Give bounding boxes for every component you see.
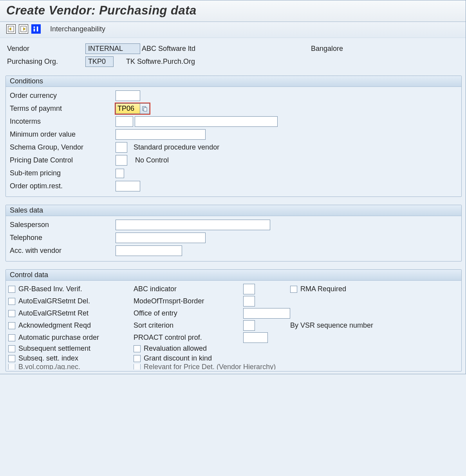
page-title: Create Vendor: Purchasing data [6,4,459,18]
svg-rect-6 [144,108,147,111]
telephone-input[interactable] [116,233,206,243]
svg-rect-3 [34,29,35,31]
automatic-po-checkbox[interactable] [8,334,15,341]
mode-transport-label: ModeOfTrnsprt-Border [134,297,243,305]
sales-data-panel: Sales data Salesperson Telephone Acc. wi… [5,205,462,261]
subsequent-settlement-checkbox[interactable] [8,345,15,352]
content-area: Vendor INTERNAL ABC Software ltd Bangalo… [0,38,466,374]
office-entry-input[interactable] [243,308,290,319]
porg-name-text: TK Softwre.Purch.Org [126,58,195,66]
order-currency-label: Order currency [10,92,116,100]
pricing-date-input[interactable] [116,155,127,166]
acknowledgment-label: Acknowledgment Reqd [18,321,91,330]
interchangeability-button[interactable]: Interchangeability [50,25,105,33]
prev-screen-icon[interactable] [6,24,16,34]
autoeval-ret-checkbox[interactable] [8,310,15,317]
subseq-sett-index-checkbox[interactable] [8,355,15,362]
sort-criterion-desc: By VSR sequence number [290,321,459,330]
acknowledgment-checkbox[interactable] [8,322,15,329]
incoterms-code-input[interactable] [116,116,133,127]
salesperson-input[interactable] [116,220,270,230]
vendor-name-text: ABC Software ltd [142,45,195,53]
porg-code-field: TKP0 [85,56,114,67]
vendor-label: Vendor [7,45,85,53]
schema-group-desc: Standard procedure vendor [134,143,219,151]
autoeval-del-label: AutoEvalGRSetmt Del. [18,297,90,305]
svg-rect-4 [37,27,38,32]
sort-criterion-label: Sort criterion [134,321,243,330]
vendor-code-field: INTERNAL [85,43,140,54]
terms-of-payment-highlight [116,103,150,114]
vendor-city-text: Bangalore [311,45,343,53]
subitem-pricing-label: Sub-item pricing [10,169,116,177]
terms-of-payment-label: Terms of paymnt [10,105,116,113]
sales-panel-title: Sales data [6,205,461,216]
terms-f4-help-button[interactable] [140,103,150,114]
revaluation-checkbox[interactable] [134,345,141,352]
porg-label: Purchasing Org. [7,58,85,66]
incoterms-text-input[interactable] [135,116,278,127]
rma-required-checkbox[interactable] [290,286,297,293]
subitem-pricing-checkbox[interactable] [116,169,124,178]
schema-group-input[interactable] [116,142,127,153]
order-currency-input[interactable] [116,90,140,101]
proact-input[interactable] [243,332,268,343]
proact-label: PROACT control prof. [134,334,243,342]
autoeval-del-checkbox[interactable] [8,298,15,305]
order-optim-input[interactable] [116,181,140,191]
rma-required-label: RMA Required [300,285,346,293]
gr-based-inv-checkbox[interactable] [8,286,15,293]
mode-transport-input[interactable] [243,296,255,307]
bvol-checkbox[interactable] [8,364,15,370]
pricing-date-desc: No Control [135,156,169,164]
acc-vendor-input[interactable] [116,245,182,256]
relevant-price-label: Relevant for Price Det. (Vendor Hierarch… [144,364,276,370]
control-data-panel: Control data GR-Based Inv. Verif. ABC in… [5,269,462,371]
pricing-date-label: Pricing Date Control [10,156,116,164]
title-bar: Create Vendor: Purchasing data [0,0,466,22]
control-panel-title: Control data [6,270,461,281]
subsequent-settlement-label: Subsequent settlement [18,344,90,353]
app-window: Create Vendor: Purchasing data Interchan… [0,0,466,374]
bvol-label: B.vol.comp./ag.nec. [18,364,80,370]
automatic-po-label: Automatic purchase order [18,334,99,342]
abc-indicator-label: ABC indicator [134,285,243,293]
autoeval-ret-label: AutoEvalGRSetmt Ret [18,309,89,317]
next-screen-icon[interactable] [19,24,28,34]
conditions-panel: Conditions Order currency Terms of paymn… [5,76,462,197]
min-order-label: Minimum order value [10,130,116,139]
revaluation-label: Revaluation allowed [144,344,207,353]
order-optim-label: Order optim.rest. [10,182,116,190]
app-toolbar: Interchangeability [0,22,466,38]
telephone-label: Telephone [10,234,116,242]
grant-discount-checkbox[interactable] [134,355,141,362]
min-order-input[interactable] [116,129,206,140]
schema-group-label: Schema Group, Vendor [10,143,116,151]
conditions-panel-title: Conditions [6,76,461,87]
grant-discount-label: Grant discount in kind [144,354,212,362]
incoterms-label: Incoterms [10,117,116,126]
gr-based-inv-label: GR-Based Inv. Verif. [18,285,82,293]
acc-vendor-label: Acc. with vendor [10,247,116,255]
sort-criterion-input[interactable] [243,320,255,331]
abc-indicator-input[interactable] [243,284,255,294]
relevant-price-checkbox[interactable] [134,364,141,370]
vendor-header: Vendor INTERNAL ABC Software ltd Bangalo… [5,43,462,67]
subseq-sett-index-label: Subseq. sett. index [18,354,78,362]
svg-rect-2 [34,27,35,28]
office-entry-label: Office of entry [134,309,243,317]
salesperson-label: Salesperson [10,221,116,229]
info-icon[interactable] [31,24,41,34]
terms-of-payment-input[interactable] [116,103,140,114]
